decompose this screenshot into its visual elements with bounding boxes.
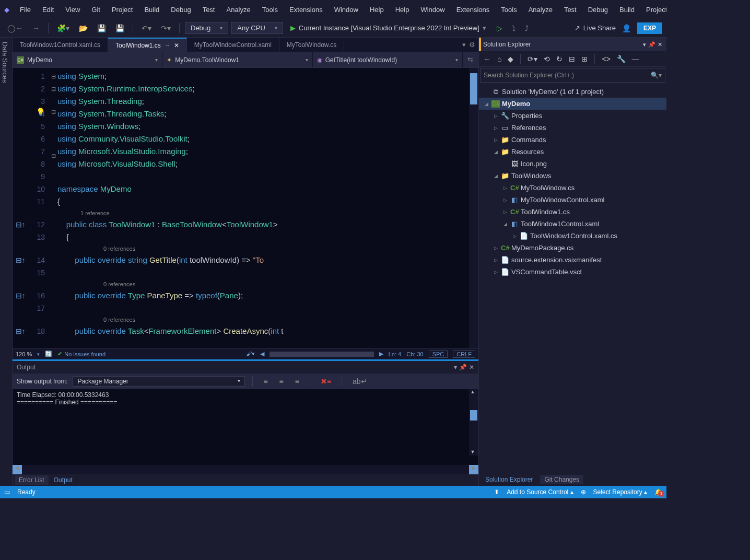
eol-mode[interactable]: CRLF — [453, 351, 475, 358]
se-menu-icon[interactable]: ▾ — [643, 41, 646, 48]
menu-window[interactable]: Window — [329, 4, 364, 16]
save-all-button[interactable]: 💾 — [112, 23, 127, 33]
menu-view[interactable]: View — [60, 4, 85, 16]
expand-icon[interactable]: ◢ — [493, 149, 499, 155]
menu-project[interactable]: Project — [641, 4, 666, 16]
select-repository[interactable]: Select Repository ▴ — [593, 488, 647, 496]
tabs-overflow-icon[interactable]: ▾ — [462, 41, 466, 49]
status-bg-task-icon[interactable]: ▭ — [4, 488, 10, 496]
tab-error-list[interactable]: Error List — [15, 475, 49, 485]
se-pending-button[interactable]: ⟳▾ — [526, 54, 539, 64]
tree-item[interactable]: ◢◧ToolWindow1Control.xaml — [479, 218, 666, 230]
menu-help[interactable]: Help — [365, 4, 389, 16]
menu-window[interactable]: Window — [415, 4, 450, 16]
se-sync-button[interactable]: ⟲ — [542, 54, 552, 64]
step-over-button[interactable]: ⤴ — [522, 23, 532, 33]
config-dropdown[interactable]: Debug▾ — [185, 22, 228, 34]
expand-icon[interactable]: ◢ — [483, 101, 489, 107]
menu-build[interactable]: Build — [614, 4, 640, 16]
char-col[interactable]: Ch: 30 — [406, 351, 423, 357]
output-indent3-btn[interactable]: ≡ — [292, 376, 302, 387]
doc-tab[interactable]: MyToolWindow.cs — [279, 38, 344, 52]
panel-close-icon[interactable]: ✕ — [469, 364, 474, 371]
nav-fwd-button[interactable]: → — [29, 23, 43, 33]
tree-item[interactable]: ▷📄ToolWindow1Control.xaml.cs — [479, 230, 666, 242]
open-button[interactable]: 📂 — [76, 23, 91, 33]
tree-item[interactable]: ▷C#MyDemoPackage.cs — [479, 242, 666, 254]
menu-extensions[interactable]: Extensions — [451, 4, 495, 16]
save-button[interactable]: 💾 — [94, 23, 109, 33]
tab-git-changes[interactable]: Git Changes — [540, 475, 583, 484]
expand-icon[interactable]: ▷ — [493, 125, 499, 131]
menu-project[interactable]: Project — [107, 4, 138, 16]
se-props-button[interactable]: 🔧 — [615, 54, 627, 64]
hscroll-right[interactable]: ▶ — [379, 351, 383, 357]
output-indent2-btn[interactable]: ≡ — [276, 376, 287, 387]
tree-item[interactable]: 🖼Icon.png — [479, 158, 666, 170]
se-back-button[interactable]: ← — [482, 54, 493, 64]
menu-debug[interactable]: Debug — [166, 4, 196, 16]
solution-search-input[interactable]: Search Solution Explorer (Ctrl+;) 🔍▾ — [480, 68, 665, 83]
output-clear-btn[interactable]: ✖≡ — [318, 376, 334, 387]
output-wrap-btn[interactable]: ab↵ — [349, 376, 370, 387]
menu-build[interactable]: Build — [139, 4, 165, 16]
menu-analyze[interactable]: Analyze — [523, 4, 558, 16]
feedback-button[interactable]: 👤 — [619, 23, 634, 33]
indent-mode[interactable]: SPC — [429, 351, 448, 358]
data-sources-tab[interactable]: Data Sources — [0, 38, 13, 486]
se-show-all-button[interactable]: ⊞ — [580, 54, 589, 64]
menu-help[interactable]: Help — [390, 4, 415, 16]
zoom-level[interactable]: 120 % — [16, 351, 32, 357]
se-switch-button[interactable]: ◆ — [506, 54, 515, 64]
menu-file[interactable]: File — [15, 4, 36, 16]
se-collapse-button[interactable]: ⊟ — [567, 54, 577, 64]
start-debug-button[interactable]: ▶Current Instance [Visual Studio Enterpr… — [286, 22, 490, 33]
tree-item[interactable]: ▷◧MyToolWindowControl.xaml — [479, 194, 666, 206]
brush-icon[interactable]: 🖌▾ — [246, 351, 255, 357]
platform-dropdown[interactable]: Any CPU▾ — [231, 22, 283, 34]
tabs-settings-icon[interactable]: ⚙ — [469, 41, 475, 49]
tree-item[interactable]: ▷C#ToolWindow1.cs — [479, 206, 666, 218]
panel-menu-icon[interactable]: ▾ — [454, 364, 457, 371]
liveshare-button[interactable]: Live Share — [583, 24, 616, 32]
expand-icon[interactable]: ▷ — [502, 185, 508, 191]
output-vscroll[interactable]: ▲▼ — [469, 389, 478, 456]
lightbulb-icon[interactable]: 💡 — [36, 108, 45, 116]
expand-icon[interactable]: ▷ — [511, 234, 518, 239]
expand-icon[interactable]: ▷ — [502, 209, 508, 215]
menu-tools[interactable]: Tools — [257, 4, 283, 16]
close-tab-icon[interactable]: ✕ — [174, 42, 179, 49]
expand-icon[interactable]: ◢ — [493, 173, 499, 179]
add-source-control[interactable]: Add to Source Control ▴ — [507, 488, 573, 496]
doc-tab[interactable]: ToolWindow1Control.xaml.cs — [13, 38, 108, 52]
output-source-dropdown[interactable]: Package Manager▾ — [73, 376, 245, 387]
nav-class-dropdown[interactable]: ✦MyDemo.ToolWindow1▾ — [162, 52, 312, 67]
menu-analyze[interactable]: Analyze — [221, 4, 255, 16]
panel-pin-icon[interactable]: 📌 — [459, 364, 467, 371]
menu-test[interactable]: Test — [197, 4, 220, 16]
pin-icon[interactable]: ⊣ — [165, 42, 170, 48]
redo-button[interactable]: ↷▾ — [158, 23, 174, 33]
tree-item[interactable]: ◢C#MyDemo — [479, 98, 666, 110]
tree-item[interactable]: ▷▭References — [479, 122, 666, 134]
expand-icon[interactable]: ▷ — [502, 197, 508, 203]
doc-tab[interactable]: ToolWindow1.cs⊣✕ — [108, 38, 187, 52]
nav-member-dropdown[interactable]: ◉GetTitle(int toolWindowId)▾ — [313, 52, 463, 67]
notifications-button[interactable]: 🔔1 — [654, 488, 662, 496]
line-col[interactable]: Ln: 4 — [389, 351, 401, 357]
code-editor[interactable]: ⊟↑ ⊟↑ ⊟↑ ⊟↑ 123456789101112131415161718 … — [13, 68, 478, 348]
new-item-button[interactable]: 🧩▾ — [54, 23, 73, 33]
se-close-icon[interactable]: ✕ — [658, 41, 662, 48]
tree-item[interactable]: ⧉Solution 'MyDemo' (1 of 1 project) — [479, 86, 666, 98]
tree-item[interactable]: ◢📁Resources — [479, 146, 666, 158]
menu-tools[interactable]: Tools — [496, 4, 522, 16]
menu-test[interactable]: Test — [559, 4, 582, 16]
se-code-button[interactable]: <> — [600, 54, 612, 64]
menu-debug[interactable]: Debug — [583, 4, 613, 16]
start-nodebug-button[interactable]: ▷ — [494, 23, 506, 33]
output-indent-btn[interactable]: ≡ — [260, 376, 271, 387]
tree-item[interactable]: ▷C#MyToolWindow.cs — [479, 182, 666, 194]
tab-solution-explorer[interactable]: Solution Explorer — [481, 475, 537, 484]
nav-back-button[interactable]: ◯← — [4, 23, 26, 33]
split-editor-button[interactable]: ⇆ — [463, 52, 478, 67]
